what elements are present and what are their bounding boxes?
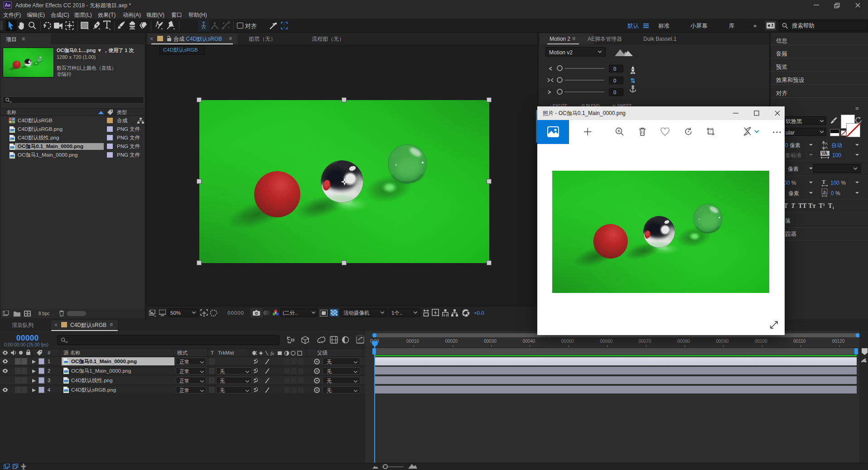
svg-text:VA: VA: [821, 151, 827, 156]
svg-text:T: T: [822, 178, 826, 185]
svg-text:A: A: [825, 145, 828, 150]
svg-text:fx: fx: [270, 350, 274, 356]
svg-text:あ: あ: [823, 190, 827, 194]
